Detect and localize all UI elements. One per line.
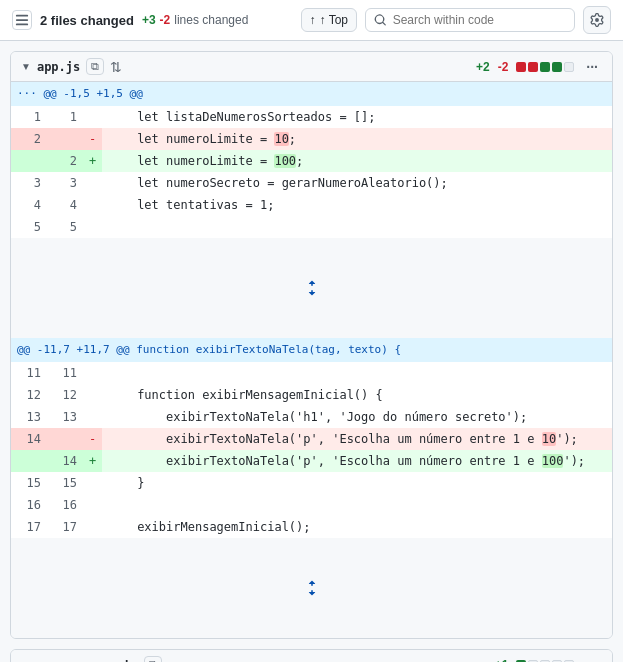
diff-table-appjs: ··· @@ -1,5 +1,5 @@ 1 1 let listaDeNumer… [11,82,612,638]
old-line-num: 17 [11,516,47,538]
line-sign: + [83,450,102,472]
old-line-num: 5 [11,216,47,238]
line-sign [83,172,102,194]
line-sign [83,216,102,238]
expand-cell[interactable] [11,538,612,638]
file-menu-button[interactable]: ··· [582,59,602,75]
file-header-numerosecreto: ▼ numero-secreto ⧉ +1 ··· [11,650,612,662]
line-code: function exibirMensagemInicial() { [102,384,612,406]
line-code: let listaDeNumerosSorteados = []; [102,106,612,128]
inline-del: 10 [542,432,556,446]
old-line-num: 2 [11,128,47,150]
line-sign [83,516,102,538]
table-row: 11 11 [11,362,612,384]
line-code [102,216,612,238]
file-section-numerosecreto: ▼ numero-secreto ⧉ +1 ··· ··· @@ -0,0 +1… [10,649,613,662]
table-row: 12 12 function exibirMensagemInicial() { [11,384,612,406]
expand-cell[interactable] [11,238,612,338]
table-row: 1 1 let listaDeNumerosSorteados = []; [11,106,612,128]
file-stat-add: +1 [495,658,509,663]
old-line-num: 1 [11,106,47,128]
line-code: } [102,472,612,494]
old-line-num: 4 [11,194,47,216]
table-row: 14 + exibirTextoNaTela('p', 'Escolha um … [11,450,612,472]
top-bar: 2 files changed +3 -2 lines changed ↑ ↑ … [0,0,623,41]
new-line-num: 3 [47,172,83,194]
old-line-num: 15 [11,472,47,494]
line-sign: - [83,428,102,450]
svg-rect-1 [16,19,28,21]
new-line-num [47,428,83,450]
old-line-num: 14 [11,428,47,450]
sidebar-toggle-icon[interactable] [12,10,32,30]
expand-button[interactable] [13,280,610,296]
line-code: exibirTextoNaTela('p', 'Escolha um númer… [102,450,612,472]
old-line-num: 12 [11,384,47,406]
old-line-num: 16 [11,494,47,516]
new-line-num: 14 [47,450,83,472]
table-row: 17 17 exibirMensagemInicial(); [11,516,612,538]
line-code: let tentativas = 1; [102,194,612,216]
file-stat-del: -2 [498,60,509,74]
line-sign [83,406,102,428]
svg-rect-2 [16,24,28,26]
line-code: let numeroLimite = 100; [102,150,612,172]
inline-add: 100 [274,154,296,168]
hunk-header: ··· @@ -1,5 +1,5 @@ [11,82,612,106]
top-button-label: ↑ Top [320,13,348,27]
expand-down-button[interactable] [13,580,610,596]
diff-block-add [552,62,562,72]
file-menu-button[interactable]: ··· [582,657,602,663]
table-row: 3 3 let numeroSecreto = gerarNumeroAleat… [11,172,612,194]
inline-add: 100 [542,454,564,468]
diff-block-del [528,62,538,72]
new-line-num: 15 [47,472,83,494]
files-changed-label: 2 files changed [40,13,134,28]
new-line-num: 4 [47,194,83,216]
line-sign: + [83,150,102,172]
copy-path-button[interactable]: ⧉ [144,656,162,662]
diff-stats: +3 -2 lines changed [142,13,248,27]
line-code: exibirMensagemInicial(); [102,516,612,538]
new-line-num [47,128,83,150]
new-line-num: 1 [47,106,83,128]
line-sign [83,494,102,516]
new-line-num: 11 [47,362,83,384]
file-name: numero-secreto [37,658,138,663]
table-row: 4 4 let tentativas = 1; [11,194,612,216]
new-line-num: 2 [47,150,83,172]
copy-path-button[interactable]: ⧉ [86,58,104,75]
table-row: 2 - let numeroLimite = 10; [11,128,612,150]
table-row: 13 13 exibirTextoNaTela('h1', 'Jogo do n… [11,406,612,428]
line-code: let numeroSecreto = gerarNumeroAleatorio… [102,172,612,194]
diff-block-add [540,62,550,72]
diff-blocks [516,62,574,72]
old-line-num [11,150,47,172]
gear-button[interactable] [583,6,611,34]
file-collapse-toggle[interactable]: ▼ [21,61,31,72]
file-name: app.js [37,60,80,74]
inline-del: 10 [274,132,288,146]
line-sign [83,362,102,384]
file-header-right: +2 -2 ··· [476,59,602,75]
gear-icon [590,13,604,27]
line-code: exibirTextoNaTela('p', 'Escolha um númer… [102,428,612,450]
top-button[interactable]: ↑ ↑ Top [301,8,357,32]
hunk-header: @@ -11,7 +11,7 @@ function exibirTextoNa… [11,338,612,362]
table-row: 5 5 [11,216,612,238]
new-line-num: 12 [47,384,83,406]
table-row: 14 - exibirTextoNaTela('p', 'Escolha um … [11,428,612,450]
line-code [102,362,612,384]
old-line-num: 13 [11,406,47,428]
stat-del: -2 [160,13,171,27]
expand-file-button[interactable]: ⇅ [110,59,122,75]
diff-block-empty [564,62,574,72]
old-line-num: 11 [11,362,47,384]
expand-row[interactable] [11,238,612,338]
file-header-right: +1 ··· [495,657,602,663]
svg-rect-0 [16,15,28,17]
line-code: exibirTextoNaTela('h1', 'Jogo do número … [102,406,612,428]
expand-row[interactable] [11,538,612,638]
search-input[interactable] [393,13,566,27]
file-stat-add: +2 [476,60,490,74]
